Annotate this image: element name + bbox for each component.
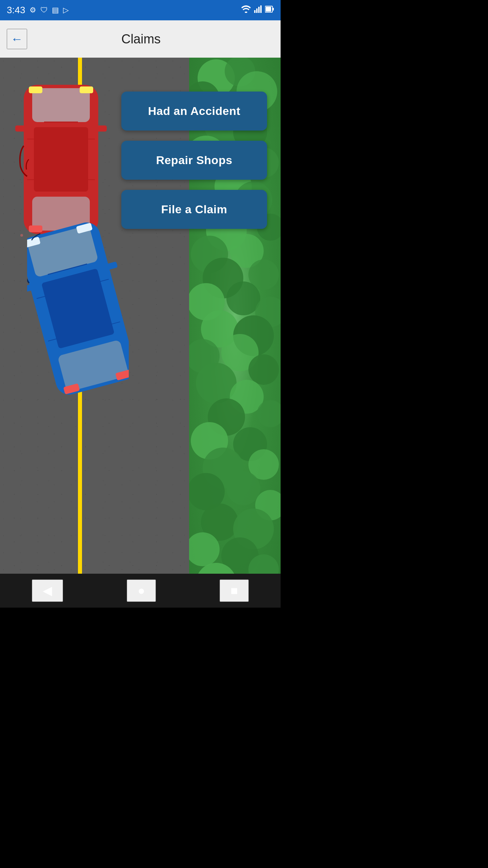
svg-rect-58 bbox=[29, 86, 42, 93]
signal-icon bbox=[254, 5, 262, 15]
status-bar-left: 3:43 ⚙ 🛡 ▤ ▷ bbox=[7, 5, 69, 16]
app-bar: ← Claims bbox=[0, 20, 281, 58]
wifi-icon bbox=[241, 5, 251, 15]
main-content: Had an Accident Repair Shops File a Clai… bbox=[0, 58, 281, 574]
settings-icon: ⚙ bbox=[29, 6, 36, 15]
svg-rect-3 bbox=[260, 5, 262, 13]
svg-point-41 bbox=[226, 471, 260, 505]
svg-rect-57 bbox=[97, 125, 107, 132]
nav-recent-button[interactable]: ■ bbox=[220, 579, 249, 602]
nav-bar: ◀ ● ■ bbox=[0, 574, 281, 608]
nav-back-button[interactable]: ◀ bbox=[32, 579, 63, 602]
back-button[interactable]: ← bbox=[7, 29, 27, 49]
svg-rect-51 bbox=[32, 88, 90, 122]
shield-icon: 🛡 bbox=[40, 6, 48, 15]
svg-rect-1 bbox=[256, 8, 258, 13]
battery-icon bbox=[265, 5, 274, 15]
svg-rect-5 bbox=[266, 7, 271, 12]
status-time: 3:43 bbox=[7, 5, 25, 16]
status-bar: 3:43 ⚙ 🛡 ▤ ▷ bbox=[0, 0, 281, 20]
svg-rect-2 bbox=[258, 7, 260, 13]
page-title: Claims bbox=[27, 32, 255, 46]
svg-point-31 bbox=[248, 354, 279, 385]
file-claim-button[interactable]: File a Claim bbox=[121, 190, 267, 229]
sim-icon: ▤ bbox=[52, 6, 59, 15]
buttons-overlay: Had an Accident Repair Shops File a Clai… bbox=[121, 92, 267, 229]
svg-rect-56 bbox=[15, 125, 25, 132]
status-bar-right bbox=[241, 5, 274, 15]
play-store-icon: ▷ bbox=[63, 6, 69, 15]
svg-point-25 bbox=[226, 281, 260, 315]
svg-rect-62 bbox=[34, 127, 88, 192]
car-scene: Had an Accident Repair Shops File a Clai… bbox=[0, 58, 281, 574]
svg-rect-0 bbox=[254, 10, 256, 13]
had-accident-button[interactable]: Had an Accident bbox=[121, 92, 267, 131]
nav-home-button[interactable]: ● bbox=[127, 579, 156, 602]
red-car bbox=[14, 78, 108, 241]
svg-rect-6 bbox=[272, 8, 274, 11]
svg-rect-59 bbox=[80, 86, 93, 93]
blue-car bbox=[27, 220, 129, 397]
repair-shops-button[interactable]: Repair Shops bbox=[121, 141, 267, 180]
